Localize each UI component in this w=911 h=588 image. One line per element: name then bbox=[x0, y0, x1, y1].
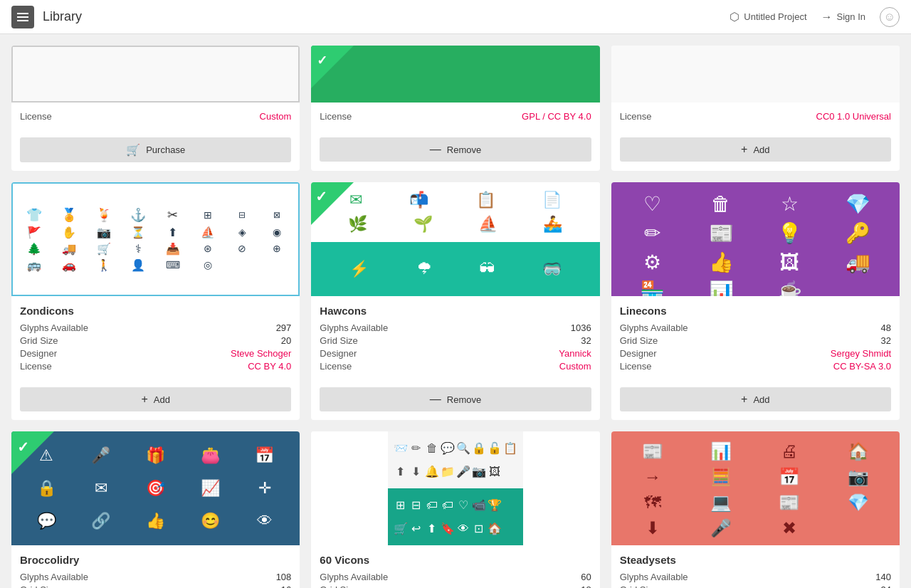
avatar[interactable]: ☺ bbox=[880, 7, 900, 27]
card-partial-3: License CC0 1.0 Universal + Add bbox=[611, 46, 900, 171]
designer-value-linecons[interactable]: Sergey Shmidt bbox=[831, 348, 891, 359]
ic-sailboat: ⛵ bbox=[478, 215, 497, 233]
svg-rect-2 bbox=[17, 20, 28, 21]
ic-v4: 💬 bbox=[441, 441, 455, 455]
card-steadysets: 📰 📊 🖨 🏠 → 🧮 📅 📷 🗺 💻 📰 💎 ⬇ 🎤 ✖ Steadysets bbox=[611, 431, 900, 588]
designer-value-zondicons[interactable]: Steve Schoger bbox=[231, 348, 291, 359]
ic-ss5: → bbox=[644, 467, 661, 487]
plus-icon-zondicons: + bbox=[141, 393, 147, 406]
remove-button-hawcons[interactable]: — Remove bbox=[320, 387, 591, 411]
header: Library ⬡ Untitled Project → Sign In ☺ bbox=[0, 0, 911, 34]
ic-clipboard2: 📄 bbox=[542, 191, 562, 209]
license-value-p2[interactable]: GPL / CC BY 4.0 bbox=[522, 111, 591, 122]
card-broccolidry: ✓ ⚠ 🎤 🎁 👛 📅 🔒 ✉ 🎯 📈 ✛ 💬 🔗 👍 😊 👁 Broccoli… bbox=[11, 431, 300, 588]
glyphs-label-zondicons: Glyphs Available bbox=[20, 322, 88, 333]
ic-heart: ♡ bbox=[643, 192, 661, 216]
ic-vc12: 🔖 bbox=[441, 522, 455, 535]
glyphs-value-linecons: 48 bbox=[881, 322, 891, 333]
icon-flag: 🚩 bbox=[27, 226, 41, 239]
icon-z1: ⊟ bbox=[238, 210, 246, 220]
card-title-60vicons: 60 Vicons bbox=[320, 554, 591, 566]
license-value-p1[interactable]: Custom bbox=[260, 111, 292, 122]
ic-v11: 🔔 bbox=[425, 465, 439, 478]
ic-v5: 🔍 bbox=[456, 441, 470, 455]
icon-person: 👤 bbox=[131, 258, 145, 272]
sign-in-button[interactable]: → Sign In bbox=[821, 11, 865, 23]
ic-thumbsup: 👍 bbox=[146, 512, 165, 530]
designer-label-linecons: Designer bbox=[620, 348, 657, 359]
license-label-p3: License bbox=[620, 111, 652, 122]
ic-trash: 🗑 bbox=[711, 192, 731, 216]
plus-icon: + bbox=[741, 143, 747, 156]
icon-inbox: 📥 bbox=[166, 242, 180, 256]
sign-in-icon: → bbox=[821, 11, 833, 23]
ic-v9: ⬆ bbox=[396, 465, 405, 478]
ic-ss9: 🗺 bbox=[644, 493, 661, 513]
ic-v6: 🔒 bbox=[472, 441, 486, 455]
ic-news: 📰 bbox=[709, 221, 734, 245]
add-button-linecons[interactable]: + Add bbox=[620, 387, 891, 411]
minus-icon: — bbox=[430, 143, 441, 156]
ic-vc1: ⊞ bbox=[396, 498, 405, 512]
license-value-hawcons[interactable]: Custom bbox=[559, 361, 591, 372]
glyphs-label-steadysets: Glyphs Available bbox=[620, 572, 688, 582]
icon-hourglass: ⏳ bbox=[131, 226, 145, 239]
ic-storm: 🌩 bbox=[416, 260, 432, 278]
glyphs-value-60vicons: 60 bbox=[581, 572, 591, 582]
card-body-hawcons: Hawcons Glyphs Available 1036 Grid Size … bbox=[311, 296, 599, 380]
license-value-zondicons[interactable]: CC BY 4.0 bbox=[248, 361, 291, 372]
icon-medal: 🏅 bbox=[61, 207, 77, 223]
icon-cart: 🛒 bbox=[97, 242, 111, 256]
grid-label-hawcons: Grid Size bbox=[320, 335, 357, 346]
ic-mail: ✉ bbox=[95, 479, 107, 498]
icon-z9: ◎ bbox=[204, 259, 212, 271]
card-body-partial-3: License CC0 1.0 Universal bbox=[611, 103, 900, 130]
ic-v15: 🖼 bbox=[489, 466, 500, 478]
icon-scissors: ✂ bbox=[167, 207, 178, 223]
card-title-linecons: Linecons bbox=[620, 305, 891, 317]
ic-vc2: ⊟ bbox=[411, 498, 421, 512]
ic-ss2: 📊 bbox=[710, 441, 732, 461]
card-zondicons: 👕 🏅 🍹 ⚓ ✂ ⊞ ⊟ ⊠ 🚩 ✋ 📷 ⏳ ⬆ ⛵ ◈ ◉ bbox=[11, 182, 300, 420]
grid-label-60vicons: Grid Size bbox=[320, 584, 357, 588]
add-button-p3[interactable]: + Add bbox=[620, 137, 891, 162]
ic-ss4: 🏠 bbox=[848, 441, 869, 461]
ic-chat: 💬 bbox=[37, 512, 56, 530]
license-label-p2: License bbox=[320, 111, 352, 122]
license-label-linecons: License bbox=[620, 361, 652, 372]
designer-value-hawcons[interactable]: Yannick bbox=[559, 348, 591, 359]
project-name[interactable]: ⬡ Untitled Project bbox=[730, 10, 806, 23]
purchase-button-p1[interactable]: 🛒 Purchase bbox=[20, 137, 291, 162]
ic-gem: 💎 bbox=[846, 192, 870, 216]
icon-z5: ⊛ bbox=[204, 243, 212, 254]
grid-value-broccolidry: 16 bbox=[281, 584, 291, 588]
remove-button-p2[interactable]: — Remove bbox=[320, 137, 591, 162]
ic-smiley: 😊 bbox=[201, 512, 220, 530]
card-grid: License Custom 🛒 Purchase ✓ Licen bbox=[11, 46, 900, 588]
ic-vc14: ⊡ bbox=[474, 522, 483, 535]
menu-button[interactable] bbox=[11, 6, 34, 28]
card-60vicons: 📨 ✏ 🗑 💬 🔍 🔒 🔓 📋 ⬆ ⬇ 🔔 📁 🎤 📷 🖼 bbox=[311, 431, 599, 588]
ic-store: 🏪 bbox=[640, 280, 665, 296]
license-value-linecons[interactable]: CC BY-SA 3.0 bbox=[833, 361, 891, 372]
icon-upload: ⬆ bbox=[168, 226, 177, 239]
ic-lock: 🔒 bbox=[37, 479, 56, 498]
icon-z6: ⊘ bbox=[238, 243, 246, 254]
ic-crosshair: ✛ bbox=[258, 479, 271, 498]
svg-rect-0 bbox=[17, 13, 28, 14]
license-label-hawcons: License bbox=[320, 361, 352, 372]
card-body-linecons: Linecons Glyphs Available 48 Grid Size 3… bbox=[611, 296, 900, 380]
ic-vc3: 🏷 bbox=[426, 499, 438, 512]
license-value-p3[interactable]: CC0 1.0 Universal bbox=[816, 111, 892, 122]
icon-bus: 🚌 bbox=[27, 258, 41, 272]
ic-ss7: 📅 bbox=[779, 467, 800, 487]
ic-vc4: 🏷 bbox=[442, 499, 453, 512]
icon-car: 🚗 bbox=[62, 258, 76, 272]
add-button-zondicons[interactable]: + Add bbox=[20, 387, 291, 411]
ic-vc11: ⬆ bbox=[427, 522, 436, 535]
ic-vc5: ♡ bbox=[458, 498, 468, 512]
ic-truck-l: 🚚 bbox=[846, 251, 870, 274]
header-right: ⬡ Untitled Project → Sign In ☺ bbox=[730, 7, 900, 27]
ic-ss13: ⬇ bbox=[646, 518, 660, 538]
ic-vc15: 🏠 bbox=[488, 522, 502, 535]
